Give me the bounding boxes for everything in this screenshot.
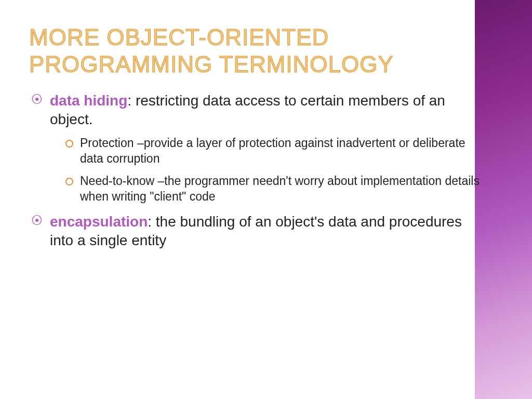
bullet-item: encapsulation: the bundling of an object…: [31, 212, 486, 250]
bullet-list: data hiding: restricting data access to …: [31, 91, 486, 250]
sub-bullet-item: Protection –provide a layer of protectio…: [65, 136, 486, 166]
term: data hiding: [50, 92, 127, 109]
term: encapsulation: [50, 214, 148, 230]
slide-content: More Object-Oriented Programming Termino…: [29, 24, 486, 258]
bullet-item: data hiding: restricting data access to …: [31, 91, 486, 204]
sub-bullet-list: Protection –provide a layer of protectio…: [65, 136, 486, 204]
slide-title: More Object-Oriented Programming Termino…: [29, 24, 486, 78]
sub-bullet-item: Need-to-know –the programmer needn't wor…: [65, 174, 486, 204]
slide: More Object-Oriented Programming Termino…: [0, 0, 532, 399]
